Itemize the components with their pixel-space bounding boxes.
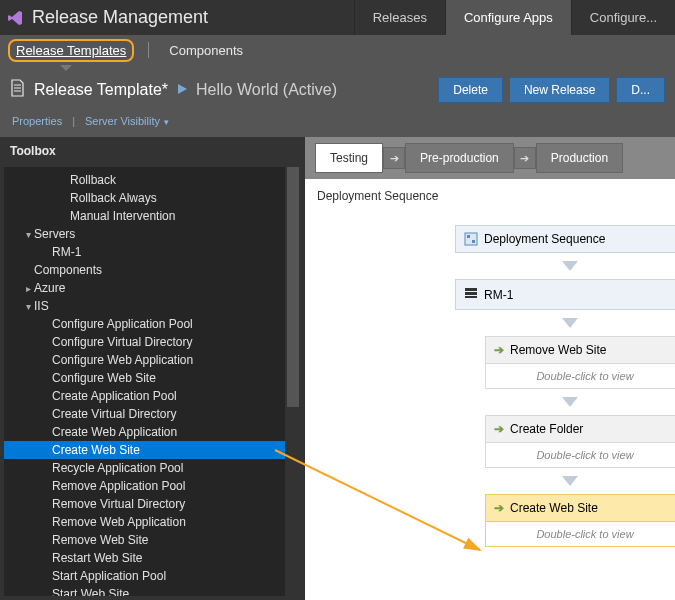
- tree-item[interactable]: Recycle Application Pool: [4, 459, 301, 477]
- svg-rect-0: [465, 233, 477, 245]
- play-icon: [176, 81, 188, 99]
- activity-arrow-icon: ➔: [494, 501, 504, 515]
- stage-pre-production[interactable]: Pre-production: [405, 143, 514, 173]
- canvas-title: Deployment Sequence: [305, 179, 675, 207]
- tree-item-label: Recycle Application Pool: [52, 461, 183, 475]
- tree-item-label: Rollback: [70, 173, 116, 187]
- server-header[interactable]: RM-1: [455, 279, 675, 310]
- activity-body[interactable]: Double-click to view: [485, 364, 675, 389]
- tree-item-label: Components: [34, 263, 102, 277]
- tree-item[interactable]: Create Web Application: [4, 423, 301, 441]
- tree-item[interactable]: Create Web Site: [4, 441, 301, 459]
- properties-row: Properties | Server Visibility▾: [0, 115, 675, 137]
- tree-item[interactable]: Restart Web Site: [4, 549, 301, 567]
- tree-item[interactable]: RM-1: [4, 243, 301, 261]
- tree-item-label: IIS: [34, 299, 49, 313]
- tree-item[interactable]: Configure Web Site: [4, 369, 301, 387]
- subnav-components[interactable]: Components: [163, 41, 249, 60]
- activity-title: Create Web Site: [510, 501, 598, 515]
- app-title: Release Management: [32, 7, 354, 28]
- activity[interactable]: ➔Create Web SiteDouble-click to view: [485, 494, 675, 547]
- activity-title: Remove Web Site: [510, 343, 607, 357]
- subnav-release-templates[interactable]: Release Templates: [8, 39, 134, 62]
- stage-testing[interactable]: Testing: [315, 143, 383, 173]
- scrollbar[interactable]: [285, 167, 301, 596]
- template-name: Release Template*: [34, 81, 168, 99]
- activity-header[interactable]: ➔Create Web Site: [485, 494, 675, 522]
- tree-item-label: Create Web Site: [52, 443, 140, 457]
- deployment-sequence: Deployment Sequence RM-1 ➔Remove Web Sit…: [455, 225, 675, 547]
- tree-item[interactable]: Rollback Always: [4, 189, 301, 207]
- tree-item-label: Azure: [34, 281, 65, 295]
- tree-item[interactable]: Components: [4, 261, 301, 279]
- server-icon: [464, 286, 478, 303]
- tree-item[interactable]: Remove Virtual Directory: [4, 495, 301, 513]
- toolbox-header: Toolbox: [0, 137, 305, 165]
- more-button[interactable]: D...: [616, 77, 665, 103]
- activity-header[interactable]: ➔Create Folder: [485, 415, 675, 443]
- expander-icon[interactable]: ▸: [22, 283, 34, 294]
- template-subtitle: Hello World (Active): [196, 81, 337, 99]
- activity-arrow-icon: ➔: [494, 422, 504, 436]
- tree-item[interactable]: ▾Servers: [4, 225, 301, 243]
- flow-arrow-icon: [562, 318, 578, 328]
- title-bar: Release Management Releases Configure Ap…: [0, 0, 675, 35]
- tree-item[interactable]: ▾IIS: [4, 297, 301, 315]
- delete-button[interactable]: Delete: [438, 77, 503, 103]
- activity[interactable]: ➔Create FolderDouble-click to view: [485, 415, 675, 468]
- tree-item[interactable]: Remove Web Application: [4, 513, 301, 531]
- template-header: Release Template* Hello World (Active) D…: [0, 65, 675, 115]
- tree-item[interactable]: Create Application Pool: [4, 387, 301, 405]
- svg-rect-5: [465, 296, 477, 298]
- svg-rect-3: [465, 288, 477, 291]
- stage-arrow-icon: ➔: [514, 147, 536, 169]
- flow-arrow-icon: [562, 476, 578, 486]
- sequence-header[interactable]: Deployment Sequence: [455, 225, 675, 253]
- tab-configure-apps[interactable]: Configure Apps: [445, 0, 571, 35]
- body: Toolbox RollbackRollback AlwaysManual In…: [0, 137, 675, 600]
- flow-arrow-icon: [562, 397, 578, 407]
- tree-item-label: Configure Virtual Directory: [52, 335, 193, 349]
- highlight-pointer: [60, 65, 72, 71]
- new-release-button[interactable]: New Release: [509, 77, 610, 103]
- activity-header[interactable]: ➔Remove Web Site: [485, 336, 675, 364]
- server-visibility-link[interactable]: Server Visibility▾: [85, 115, 169, 127]
- flow-arrow-icon: [562, 261, 578, 271]
- svg-rect-1: [467, 235, 470, 238]
- tree-item[interactable]: Start Web Site: [4, 585, 301, 596]
- tab-releases[interactable]: Releases: [354, 0, 445, 35]
- tree-item-label: Create Application Pool: [52, 389, 177, 403]
- tree-item-label: Remove Web Site: [52, 533, 149, 547]
- expander-icon[interactable]: ▾: [22, 301, 34, 312]
- tree-item-label: Restart Web Site: [52, 551, 142, 565]
- tree-item[interactable]: Configure Application Pool: [4, 315, 301, 333]
- tree-item-label: Manual Intervention: [70, 209, 175, 223]
- activity-arrow-icon: ➔: [494, 343, 504, 357]
- server-header-label: RM-1: [484, 288, 513, 302]
- tree-item[interactable]: Manual Intervention: [4, 207, 301, 225]
- tree-item-label: RM-1: [52, 245, 81, 259]
- tree-item[interactable]: Remove Web Site: [4, 531, 301, 549]
- tree-item[interactable]: Start Application Pool: [4, 567, 301, 585]
- stage-production[interactable]: Production: [536, 143, 623, 173]
- tree-item-label: Remove Web Application: [52, 515, 186, 529]
- tab-configure-more[interactable]: Configure...: [571, 0, 675, 35]
- tree-item[interactable]: Remove Application Pool: [4, 477, 301, 495]
- activity-body[interactable]: Double-click to view: [485, 522, 675, 547]
- stage-bar: Testing ➔ Pre-production ➔ Production: [305, 137, 675, 179]
- tree-item[interactable]: ▸Azure: [4, 279, 301, 297]
- scrollbar-thumb[interactable]: [287, 167, 299, 407]
- expander-icon[interactable]: ▾: [22, 229, 34, 240]
- canvas: Testing ➔ Pre-production ➔ Production De…: [305, 137, 675, 600]
- activity[interactable]: ➔Remove Web SiteDouble-click to view: [485, 336, 675, 389]
- sequence-header-label: Deployment Sequence: [484, 232, 605, 246]
- tree-item[interactable]: Configure Web Application: [4, 351, 301, 369]
- tree-item[interactable]: Configure Virtual Directory: [4, 333, 301, 351]
- tree-item[interactable]: Rollback: [4, 171, 301, 189]
- properties-link[interactable]: Properties: [12, 115, 62, 127]
- tree-item[interactable]: Create Virtual Directory: [4, 405, 301, 423]
- tree-item-label: Start Application Pool: [52, 569, 166, 583]
- activity-body[interactable]: Double-click to view: [485, 443, 675, 468]
- toolbox-tree[interactable]: RollbackRollback AlwaysManual Interventi…: [4, 167, 301, 596]
- tree-item-label: Configure Web Application: [52, 353, 193, 367]
